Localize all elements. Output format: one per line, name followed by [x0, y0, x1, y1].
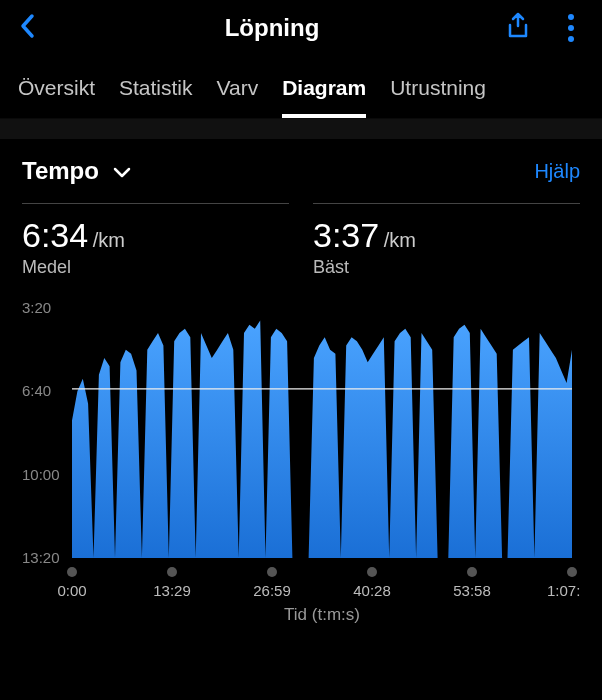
app-header: Löpning	[0, 0, 602, 56]
page-title: Löpning	[225, 14, 320, 42]
svg-text:40:28: 40:28	[353, 582, 391, 599]
tempo-chart: 3:206:4010:0013:200:0013:2926:5940:2853:…	[22, 298, 580, 628]
help-link[interactable]: Hjälp	[534, 160, 580, 183]
stat-best: 3:37 /km Bäst	[313, 203, 580, 278]
more-icon[interactable]	[558, 10, 584, 46]
svg-text:53:58: 53:58	[453, 582, 491, 599]
stats-row: 6:34 /km Medel 3:37 /km Bäst	[22, 203, 580, 278]
svg-text:10:00: 10:00	[22, 466, 60, 483]
chevron-down-icon	[113, 157, 131, 185]
stat-avg: 6:34 /km Medel	[22, 203, 289, 278]
tabs: Översikt Statistik Varv Diagram Utrustni…	[0, 56, 602, 119]
tab-equipment[interactable]: Utrustning	[390, 76, 486, 118]
svg-point-7	[167, 567, 177, 577]
svg-text:Tid (t:m:s): Tid (t:m:s)	[284, 605, 360, 624]
svg-text:0:00: 0:00	[57, 582, 86, 599]
svg-point-13	[467, 567, 477, 577]
svg-point-5	[67, 567, 77, 577]
svg-text:13:29: 13:29	[153, 582, 191, 599]
tab-statistics[interactable]: Statistik	[119, 76, 193, 118]
stat-avg-label: Medel	[22, 257, 289, 278]
svg-point-11	[367, 567, 377, 577]
section-divider	[0, 119, 602, 139]
stat-avg-value: 6:34	[22, 216, 88, 254]
svg-text:13:20: 13:20	[22, 549, 60, 566]
svg-point-15	[567, 567, 577, 577]
svg-text:6:40: 6:40	[22, 382, 51, 399]
share-icon[interactable]	[506, 12, 530, 44]
metric-select[interactable]: Tempo	[22, 157, 131, 185]
stat-avg-unit: /km	[93, 229, 125, 251]
stat-best-unit: /km	[384, 229, 416, 251]
content: Tempo Hjälp 6:34 /km Medel 3:37 /km Bäst…	[0, 139, 602, 628]
svg-text:1:07:28: 1:07:28	[547, 582, 580, 599]
stat-best-label: Bäst	[313, 257, 580, 278]
metric-name: Tempo	[22, 157, 99, 185]
svg-point-9	[267, 567, 277, 577]
tab-diagram[interactable]: Diagram	[282, 76, 366, 118]
back-icon[interactable]	[18, 12, 38, 44]
stat-best-value: 3:37	[313, 216, 379, 254]
svg-text:26:59: 26:59	[253, 582, 291, 599]
tab-overview[interactable]: Översikt	[18, 76, 95, 118]
svg-text:3:20: 3:20	[22, 299, 51, 316]
chart-svg: 3:206:4010:0013:200:0013:2926:5940:2853:…	[22, 298, 580, 628]
tab-laps[interactable]: Varv	[217, 76, 259, 118]
